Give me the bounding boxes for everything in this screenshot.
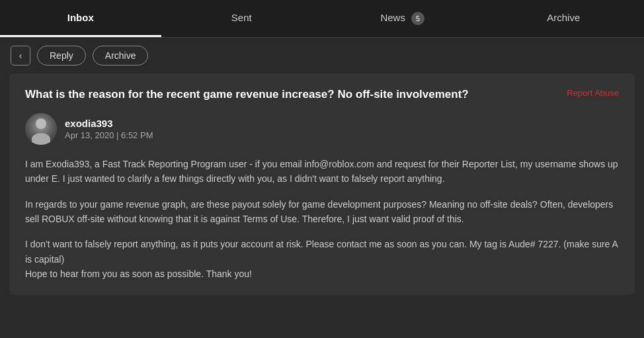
sender-name: exodia393 [65,118,153,129]
tab-news[interactable]: News 5 [322,0,483,37]
message-paragraph-2: In regards to your game revenue graph, a… [25,197,619,227]
tab-archive-label: Archive [547,12,580,23]
message-body: I am Exodia393, a Fast Track Reporting P… [25,157,619,282]
message-paragraph-3: I don't want to falsely report anything,… [25,237,619,281]
back-icon: ‹ [19,50,22,61]
message-paragraph-1: I am Exodia393, a Fast Track Reporting P… [25,157,619,187]
avatar [25,113,57,145]
sender-info: exodia393 Apr 13, 2020 | 6:52 PM [25,113,619,145]
report-abuse-button[interactable]: Report Abuse [567,87,619,98]
reply-button[interactable]: Reply [37,46,86,65]
tab-inbox[interactable]: Inbox [0,0,161,37]
tab-inbox-label: Inbox [67,12,94,23]
tab-sent[interactable]: Sent [161,0,323,37]
tabs-nav: Inbox Sent News 5 Archive [0,0,644,38]
toolbar: ‹ Reply Archive [0,38,644,73]
sender-details: exodia393 Apr 13, 2020 | 6:52 PM [65,118,153,140]
message-header: What is the reason for the recent game r… [25,87,619,103]
message-title: What is the reason for the recent game r… [25,87,469,103]
archive-label: Archive [105,50,136,61]
sender-date: Apr 13, 2020 | 6:52 PM [65,130,153,140]
back-button[interactable]: ‹ [11,46,30,65]
message-container: What is the reason for the recent game r… [9,73,635,295]
tab-sent-label: Sent [231,12,252,23]
archive-button[interactable]: Archive [93,46,149,65]
tab-archive[interactable]: Archive [483,0,645,37]
reply-label: Reply [50,50,73,61]
news-badge: 5 [411,12,424,25]
avatar-image [25,113,57,145]
tab-news-label: News [380,12,405,23]
